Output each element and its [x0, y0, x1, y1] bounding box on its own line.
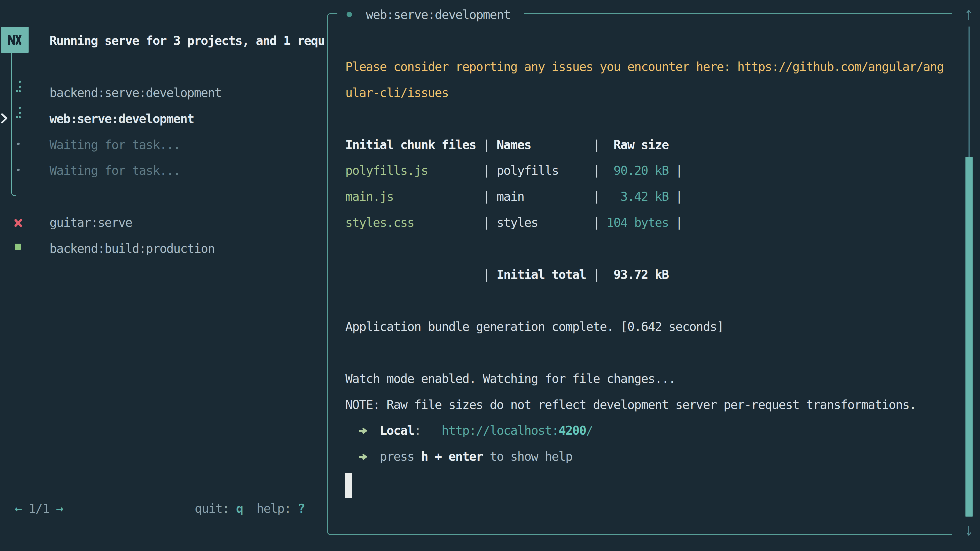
nx-tui-app: { "app": {"name": "Nx Tasks Runner Termi…: [0, 0, 980, 551]
scrollbar-thumb[interactable]: [966, 157, 973, 516]
chunk-file: main.js: [345, 189, 393, 203]
table-total-row: | Initial total | 93.72 kB: [345, 262, 669, 287]
help-hint-label: help:: [257, 501, 298, 516]
local-url-line: Local: http://localhost:4200/: [345, 417, 593, 443]
col-sep: |: [531, 138, 614, 152]
spinner-dot: [16, 116, 18, 118]
spinner-dot: [19, 116, 21, 118]
pad: [345, 423, 380, 437]
task-backend-build[interactable]: backend:build:production: [49, 235, 215, 262]
col-sep: |: [669, 189, 682, 203]
success-square-icon: [15, 244, 21, 250]
chunk-size: 104 bytes: [607, 215, 669, 230]
total-label: Initial total: [496, 267, 586, 282]
bundle-complete-line: Application bundle generation complete. …: [345, 313, 724, 340]
chunk-name: styles: [496, 215, 538, 230]
pager-prev-arrow[interactable]: ←: [15, 501, 29, 516]
pager-page-indicator: 1/1: [29, 501, 49, 516]
local-url-port[interactable]: 4200: [558, 423, 586, 437]
colon: :: [414, 423, 421, 437]
quit-hint-label: quit:: [195, 501, 236, 516]
waiting-dot-icon: [17, 143, 20, 145]
task-waiting-2: Waiting for task...: [49, 157, 180, 183]
pager-next-arrow[interactable]: →: [49, 501, 63, 516]
help-text: press: [380, 449, 421, 464]
col-sep: |: [669, 215, 682, 230]
col-sep: |: [558, 163, 614, 178]
chunk-name: polyfills: [496, 163, 558, 178]
keyboard-hints: quit: q help: ?: [195, 495, 305, 521]
col-header-files: Initial chunk files: [345, 138, 476, 152]
table-row: polyfills.js | polyfills | 90.20 kB |: [345, 157, 682, 183]
total-size: 93.72 kB: [614, 267, 669, 282]
col-sep: |: [669, 163, 682, 178]
spinner-dot: [19, 112, 21, 114]
help-hint-key: ?: [298, 501, 305, 516]
spinner-dot: [19, 86, 21, 88]
scrollbar-track[interactable]: [969, 27, 970, 157]
task-guitar-serve[interactable]: guitar:serve: [49, 210, 132, 235]
selected-caret-icon: [1, 113, 7, 124]
help-text: to show help: [483, 449, 572, 464]
help-hint-line: press h + enter to show help: [345, 443, 572, 469]
hint-gap: [243, 501, 257, 516]
running-dot-icon: [347, 12, 352, 17]
failed-cross-icon: [14, 219, 22, 227]
task-backend-serve[interactable]: backend:serve:development: [49, 79, 221, 106]
chunk-size: 3.42 kB: [620, 189, 669, 203]
nx-logo: [1, 27, 29, 53]
chunk-size: 90.20 kB: [614, 163, 669, 178]
notice-line-1: Please consider reporting any issues you…: [345, 54, 944, 79]
pad: [345, 449, 380, 464]
chunk-file: polyfills.js: [345, 163, 428, 178]
scrollbar-track[interactable]: [968, 27, 969, 157]
spinner-dot: [19, 81, 21, 83]
task-web-serve[interactable]: web:serve:development: [49, 106, 194, 132]
col-sep: |: [345, 267, 496, 282]
spinner-dot: [19, 106, 21, 109]
help-key-h: h: [421, 449, 428, 464]
spinner-dot: [16, 90, 18, 92]
spinner-dot: [19, 90, 21, 92]
scroll-down-arrow-icon[interactable]: [966, 526, 972, 536]
pad: [421, 423, 442, 437]
terminal-panel-border-bottom: [337, 534, 952, 535]
col-sep: |: [393, 189, 496, 203]
sidebar-title: Running serve for 3 projects, and 1 requ: [49, 27, 325, 54]
nx-logo-letters: [8, 35, 22, 44]
col-sep: |: [524, 189, 620, 203]
col-sep: |: [538, 215, 607, 230]
col-sep: |: [476, 138, 496, 152]
col-sep: |: [586, 267, 614, 282]
chunk-name: main: [496, 189, 524, 203]
local-url-slash[interactable]: /: [586, 423, 593, 437]
col-header-names: Names: [496, 138, 531, 152]
table-header-row: Initial chunk files | Names | Raw size: [345, 132, 669, 158]
task-waiting-1: Waiting for task...: [49, 132, 180, 158]
table-row: main.js | main | 3.42 kB |: [345, 183, 682, 210]
help-key-enter: enter: [449, 449, 483, 464]
terminal-panel-border-top: [524, 13, 952, 14]
notice-line-2: ular-cli/issues: [345, 79, 449, 106]
local-label: Local: [380, 423, 414, 437]
terminal-panel-title: web:serve:development: [366, 2, 511, 27]
terminal-panel-border: [327, 13, 337, 535]
task-tree-line: [11, 53, 16, 196]
quit-hint-key: q: [236, 501, 243, 516]
help-plus: +: [428, 449, 449, 464]
scroll-up-arrow-icon[interactable]: [966, 10, 972, 20]
col-sep: |: [414, 215, 496, 230]
col-sep: |: [428, 163, 496, 178]
local-url[interactable]: http://localhost:: [442, 423, 558, 437]
chunk-file: styles.css: [345, 215, 414, 230]
table-row: styles.css | styles | 104 bytes |: [345, 210, 682, 235]
watch-mode-line: Watch mode enabled. Watching for file ch…: [345, 365, 676, 392]
pager: ← 1/1 →: [15, 495, 63, 521]
col-header-rawsize: Raw size: [614, 138, 669, 152]
waiting-dot-icon: [17, 168, 20, 171]
terminal-cursor: [345, 473, 352, 498]
note-line: NOTE: Raw file sizes do not reflect deve…: [345, 392, 916, 418]
